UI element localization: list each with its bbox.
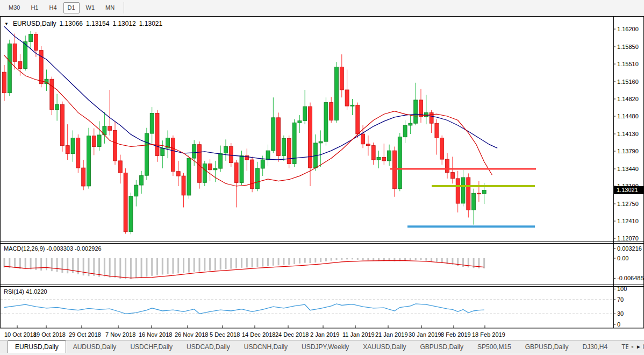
date-tick-label: 24 Dec 2018: [275, 331, 309, 338]
toolbar-separator: [124, 2, 124, 13]
candle: [255, 168, 259, 189]
candle: [350, 105, 354, 106]
timeframe-button-w1[interactable]: W1: [82, 2, 99, 13]
chart-tab-dj30-h4[interactable]: DJ30,H4: [575, 340, 614, 353]
macd-histogram-bar: [30, 258, 32, 269]
macd-histogram-bar: [162, 258, 163, 275]
price-tick-label: 1.14130: [617, 131, 639, 137]
macd-histogram-bar: [241, 258, 242, 268]
macd-histogram-bar: [146, 258, 147, 277]
candle: [330, 103, 333, 120]
candle: [292, 123, 296, 164]
macd-histogram-bar: [67, 258, 68, 273]
macd-histogram-bar: [252, 258, 253, 267]
candle: [140, 175, 144, 185]
candle: [324, 103, 328, 142]
chart-tab-xauusd-daily[interactable]: XAUUSD,Daily: [356, 340, 413, 353]
macd-histogram-bar: [436, 258, 438, 262]
macd-histogram-bar: [267, 258, 269, 266]
chart-tab-sp500-m15[interactable]: SP500,M15: [470, 340, 518, 353]
candle: [50, 79, 54, 110]
macd-histogram-bar: [214, 258, 216, 270]
candle: [446, 159, 449, 173]
candle: [277, 118, 281, 156]
candle: [18, 61, 22, 68]
macd-histogram-bar: [230, 258, 232, 269]
candle: [134, 185, 138, 196]
macd-histogram-bar: [415, 258, 417, 260]
timeframe-button-m30[interactable]: M30: [4, 2, 24, 13]
candle: [87, 136, 91, 186]
candle: [340, 67, 344, 90]
chart-frame: [1, 17, 644, 329]
chart-tab-gbpusd-daily[interactable]: GBPUSD,Daily: [413, 340, 470, 353]
macd-histogram-bar: [199, 258, 201, 272]
chart-symbol-label: EURUSD,Daily: [13, 20, 56, 27]
macd-histogram-bar: [410, 258, 411, 260]
chart-canvas[interactable]: 1.162001.158501.155101.151601.148201.144…: [0, 16, 644, 340]
macd-histogram-bar: [367, 258, 369, 260]
timeframe-button-h4[interactable]: H4: [45, 2, 61, 13]
candle: [366, 144, 370, 146]
timeframe-button-h1[interactable]: H1: [26, 2, 42, 13]
candle: [467, 178, 470, 210]
macd-histogram-bar: [278, 258, 280, 265]
chart-window: 1.162001.158501.155101.151601.148201.144…: [0, 16, 644, 340]
macd-histogram-bar: [188, 258, 190, 273]
chart-tab-usdcnh-daily[interactable]: USDCNH,Daily: [237, 340, 295, 353]
candle: [309, 106, 312, 168]
tab-scroll-left-icon[interactable]: ◄: [630, 345, 634, 349]
macd-histogram-bar: [25, 258, 26, 268]
macd-histogram-bar: [40, 258, 42, 271]
macd-histogram-bar: [352, 258, 353, 259]
macd-histogram-bar: [373, 258, 374, 261]
candle: [450, 173, 454, 179]
chart-tab-usdchf-daily[interactable]: USDCHF,Daily: [123, 340, 180, 353]
rsi-tick-label: 70: [617, 296, 624, 303]
chart-tab-eurusd-daily[interactable]: EURUSD,Daily: [8, 340, 66, 353]
timeframe-button-mn[interactable]: MN: [101, 2, 119, 13]
macd-histogram-bar: [51, 258, 53, 271]
candle: [335, 67, 339, 120]
timeframe-toolbar: M30H1H4D1W1MN: [0, 0, 644, 16]
candle: [398, 137, 402, 189]
candle: [55, 104, 59, 109]
date-tick-label: 29 Oct 2018: [69, 331, 101, 338]
candle: [461, 178, 465, 203]
macd-tick-label: 0.00: [617, 255, 628, 261]
candle: [409, 123, 412, 125]
macd-tick-label: 0.003216: [617, 245, 642, 252]
candle: [440, 138, 444, 160]
tab-scroll-right-icon[interactable]: ►: [636, 344, 641, 350]
candle: [198, 145, 202, 183]
window-bottom-strip: [0, 353, 644, 355]
chart-dropdown-arrow-icon[interactable]: ▼: [4, 22, 9, 26]
candle: [298, 121, 302, 123]
price-tick-label: 1.13790: [617, 148, 639, 154]
chart-tabs-bar: EURUSD,DailyAUDUSD,DailyUSDCHF,DailyUSDC…: [0, 340, 644, 353]
macd-histogram-bar: [56, 258, 58, 272]
candle: [271, 118, 275, 151]
chart-tab-usdjpy-weekly[interactable]: USDJPY,Weekly: [295, 340, 356, 353]
macd-histogram-bar: [204, 258, 205, 271]
candle: [377, 157, 381, 160]
timeframe-button-d1[interactable]: D1: [63, 2, 80, 13]
rsi-tick-label: 30: [617, 310, 624, 317]
macd-histogram-bar: [98, 258, 100, 277]
chart-ohlc-header: ▼ EURUSD,Daily 1.13066 1.13154 1.13012 1…: [4, 20, 162, 27]
price-tick-label: 1.12070: [617, 235, 639, 242]
chart-tab-audusd-daily[interactable]: AUDUSD,Daily: [66, 340, 124, 353]
candle: [108, 126, 112, 131]
macd-histogram-bar: [310, 258, 311, 263]
date-tick-label: 5 Dec 2018: [210, 331, 240, 338]
macd-histogram-bar: [177, 258, 179, 273]
ohlc-close: 1.13021: [139, 20, 162, 27]
candle: [356, 105, 360, 134]
chart-tab-usdcad-daily[interactable]: USDCAD,Daily: [180, 340, 237, 353]
macd-histogram-bar: [331, 258, 332, 261]
chart-tab-gbpusd-daily[interactable]: GBPUSD,Daily: [518, 340, 576, 353]
macd-histogram-bar: [130, 258, 132, 279]
candle: [29, 34, 33, 41]
macd-histogram-bar: [220, 258, 221, 269]
macd-indicator-label: MACD(12,26,9) -0.003303 -0.002926: [4, 245, 102, 252]
